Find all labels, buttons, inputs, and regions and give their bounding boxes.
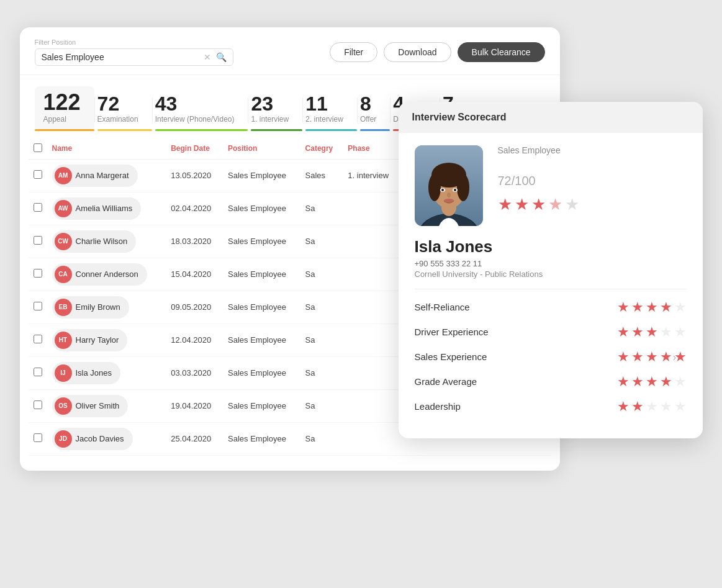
phase-cell: [343, 192, 400, 225]
avatar: AW: [55, 200, 72, 217]
name-chip: AM Anna Margerat: [52, 165, 138, 187]
svg-point-14: [454, 189, 456, 191]
candidate-name-cell: Oliver Smith: [76, 401, 120, 410]
scorecard-title: Interview Scorecard: [412, 112, 507, 122]
candidate-photo: [415, 145, 483, 226]
scorecard-info: Sales Employee 72/100 ★★★★★: [498, 145, 687, 214]
filter-button[interactable]: Filter: [330, 42, 377, 62]
skill-star-empty: ★: [674, 399, 687, 415]
skill-star-filled: ★: [660, 374, 672, 390]
skill-star-filled: ★: [617, 299, 629, 315]
stat-label: Interview (Phone/Video): [155, 115, 235, 124]
scorecard-header: Interview Scorecard: [399, 102, 703, 133]
skill-star-filled: ★: [631, 299, 644, 315]
skill-star-filled: ★: [617, 374, 629, 390]
scorecard-top: Sales Employee 72/100 ★★★★★: [415, 145, 687, 226]
avatar: JD: [55, 430, 72, 448]
avatar: CA: [55, 266, 72, 283]
stat-item-1.-interview[interactable]: 23 1. interview: [251, 94, 302, 131]
name-chip: IJ Isla Jones: [52, 362, 121, 384]
row-checkbox[interactable]: [34, 335, 42, 343]
skill-star-empty: ★: [674, 374, 687, 390]
candidate-name-cell: Emily Brown: [76, 302, 120, 312]
skill-label-4: Leadership: [415, 401, 461, 412]
row-checkbox[interactable]: [34, 400, 42, 409]
filter-input[interactable]: [42, 52, 199, 62]
scorecard-body: Sales Employee 72/100 ★★★★★ Isla Jones +…: [399, 133, 703, 438]
stat-number: 11: [305, 94, 328, 114]
name-chip: EB Emily Brown: [52, 296, 129, 319]
col-position: Position: [223, 137, 300, 160]
date-cell: 19.04.2020: [166, 389, 223, 422]
skill-star-filled: ★: [631, 374, 644, 390]
name-chip: HT Harry Taylor: [52, 329, 128, 351]
skill-row-1: Driver Experience★★★★★: [415, 324, 687, 340]
date-cell: 25.04.2020: [166, 422, 223, 455]
stat-label: Offer: [360, 115, 376, 124]
overall-star-2: ★: [531, 195, 546, 214]
svg-point-10: [433, 163, 465, 182]
name-chip: CW Charlie Wilson: [52, 230, 137, 253]
download-button[interactable]: Download: [384, 42, 451, 62]
row-checkbox[interactable]: [34, 236, 42, 245]
date-cell: 12.04.2020: [166, 323, 223, 356]
category-cell: Sa: [300, 323, 343, 356]
row-checkbox[interactable]: [34, 433, 42, 442]
stat-bar: [251, 129, 302, 131]
candidate-name-cell: Conner Anderson: [76, 269, 138, 279]
stat-bar: [360, 129, 390, 131]
row-checkbox[interactable]: [34, 170, 42, 179]
candidate-name-cell: Harry Taylor: [76, 335, 119, 345]
bulk-clearance-button[interactable]: Bulk Clearance: [458, 42, 545, 62]
stat-item-interview-(phone/video)[interactable]: 43 Interview (Phone/Video): [155, 94, 248, 131]
skill-stars-3: ★★★★★: [617, 374, 687, 390]
search-icon[interactable]: 🔍: [216, 52, 227, 62]
position-cell: Sales Employee: [223, 389, 300, 422]
row-checkbox[interactable]: [34, 302, 42, 310]
row-checkbox[interactable]: [34, 203, 42, 212]
stat-item-offer[interactable]: 8 Offer: [360, 94, 390, 131]
overall-star-1: ★: [515, 195, 529, 214]
stat-item-2.-interview[interactable]: 11 2. interview: [305, 94, 357, 131]
filter-input-wrap: ✕ 🔍: [35, 48, 233, 66]
skill-star-filled: ★: [660, 349, 672, 365]
position-cell: Sales Employee: [223, 356, 300, 389]
stat-bar: [97, 129, 152, 131]
select-all-checkbox[interactable]: [34, 143, 42, 152]
clear-icon[interactable]: ✕: [204, 52, 211, 62]
overall-star-4: ★: [565, 195, 579, 214]
filter-section: Filter Position ✕ 🔍: [35, 38, 233, 66]
date-cell: 03.03.2020: [166, 356, 223, 389]
skill-row-4: Leadership★★★★★: [415, 399, 687, 415]
chevron-right-icon[interactable]: ›: [673, 350, 677, 363]
stat-number: 43: [155, 94, 178, 114]
stat-number: 72: [97, 94, 120, 114]
position-cell: Sales Employee: [223, 422, 300, 455]
skill-stars-4: ★★★★★: [617, 399, 687, 415]
name-chip: AW Amelia Williams: [52, 197, 142, 220]
name-chip: JD Jacob Davies: [52, 428, 133, 450]
skill-star-empty: ★: [660, 399, 672, 415]
stat-bar: [155, 129, 248, 131]
position-cell: Sales Employee: [223, 291, 300, 323]
stat-bar: [35, 129, 94, 131]
category-cell: Sa: [300, 225, 343, 258]
stat-label: Examination: [97, 115, 138, 124]
stat-number: 122: [43, 91, 81, 114]
scorecard-score: 72/100: [498, 158, 687, 190]
position-cell: Sales Employee: [223, 225, 300, 258]
skill-star-filled: ★: [646, 374, 658, 390]
stat-number: 23: [251, 94, 273, 114]
phase-cell: 1. interview: [343, 159, 400, 192]
skill-star-filled: ★: [617, 399, 629, 415]
skill-star-empty: ★: [660, 324, 672, 340]
skill-star-filled: ★: [617, 349, 629, 365]
phase-cell: [343, 258, 400, 291]
stat-item-examination[interactable]: 72 Examination: [97, 94, 152, 131]
stat-item-appeal[interactable]: 122 Appeal: [35, 86, 94, 131]
position-cell: Sales Employee: [223, 323, 300, 356]
header-actions: Filter Download Bulk Clearance: [330, 42, 544, 62]
row-checkbox[interactable]: [34, 269, 42, 278]
skill-label-2: Sales Experience: [415, 351, 487, 362]
row-checkbox[interactable]: [34, 368, 42, 376]
